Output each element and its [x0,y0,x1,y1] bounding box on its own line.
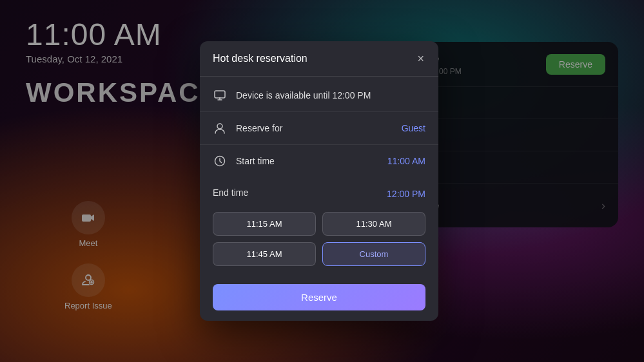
modal-overlay: Hot desk reservation × Device is availab… [0,0,644,362]
modal-footer: Reserve [200,276,438,321]
svg-point-6 [217,124,222,129]
device-availability-text: Device is available until 12:00 PM [236,90,425,100]
svg-rect-5 [215,91,225,98]
reserve-for-label: Reserve for [236,123,393,133]
time-option-1115[interactable]: 11:15 AM [213,212,316,236]
time-option-1130[interactable]: 11:30 AM [322,212,425,236]
start-time-row: Start time 11:00 AM [200,145,438,177]
modal-title: Hot desk reservation [213,53,307,64]
monitor-icon [213,88,227,102]
time-option-1145[interactable]: 11:45 AM [213,242,316,266]
reserve-for-row: Reserve for Guest [200,112,438,145]
reserve-for-value: Guest [402,123,425,133]
device-availability-row: Device is available until 12:00 PM [200,79,438,112]
modal-header: Hot desk reservation × [200,41,438,77]
end-time-section: End time 12:00 PM 11:15 AM 11:30 AM 11:4… [200,180,438,276]
start-time-label: Start time [236,156,378,166]
hot-desk-modal: Hot desk reservation × Device is availab… [200,41,438,321]
start-time-value: 11:00 AM [387,156,425,166]
person-icon [213,121,227,135]
clock-icon [213,154,227,168]
end-time-label: End time [213,182,248,198]
time-buttons-grid: 11:15 AM 11:30 AM 11:45 AM Custom [213,212,425,266]
end-time-value: 12:00 PM [387,189,425,199]
modal-close-button[interactable]: × [416,52,425,66]
end-time-row: End time 12:00 PM [213,182,425,205]
modal-body: Device is available until 12:00 PM Reser… [200,77,438,180]
modal-reserve-button[interactable]: Reserve [213,284,425,310]
time-option-custom[interactable]: Custom [322,242,425,266]
